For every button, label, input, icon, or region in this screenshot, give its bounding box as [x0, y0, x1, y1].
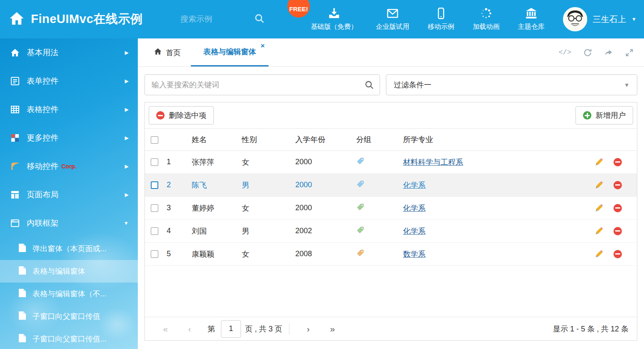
tab-grid-edit-window[interactable]: 表格与编辑窗体 ×: [191, 38, 269, 66]
corp-badge: Corp.: [61, 163, 77, 170]
add-user-button[interactable]: 新增用户: [576, 106, 633, 125]
sidebar-item-page-layout[interactable]: 页面布局 ▶: [0, 181, 138, 209]
sidebar-subitem-grid-edit-window-2[interactable]: 表格与编辑窗体（不...: [0, 283, 138, 305]
sidebar-subitem-child-to-parent-2[interactable]: 子窗口向父窗口传值...: [0, 328, 138, 349]
signal-icon: [9, 161, 20, 172]
table-row[interactable]: 2 陈飞 男 2000 化学系: [145, 173, 637, 196]
search-icon[interactable]: [364, 80, 374, 92]
row-checkbox[interactable]: [151, 227, 158, 235]
major-link[interactable]: 材料科学与工程系: [403, 158, 463, 166]
delete-icon[interactable]: [614, 204, 622, 212]
top-header: FineUIMvc在线示例 FREE! 基础版（免费） 企业版试用 移动示例: [0, 0, 644, 38]
cell-gender: 男: [242, 173, 295, 196]
column-header-name: 姓名: [192, 129, 242, 150]
sidebar-subitem-grid-edit-window[interactable]: 表格与编辑窗体: [0, 260, 138, 283]
major-link[interactable]: 化学系: [403, 181, 426, 189]
record-summary: 显示 1 - 5 条 , 共 12 条: [553, 324, 629, 334]
nav-item-label: 企业版试用: [376, 23, 409, 31]
sidebar-item-more-controls[interactable]: 更多控件 ▶: [0, 124, 138, 152]
edit-icon[interactable]: [594, 250, 603, 259]
select-all-checkbox[interactable]: [151, 136, 158, 144]
sidebar-subitem-popup-window[interactable]: 弹出窗体（本页面或...: [0, 237, 138, 260]
refresh-icon[interactable]: [583, 48, 592, 57]
sidebar-item-grid-controls[interactable]: 表格控件 ▶: [0, 95, 138, 124]
first-page-button[interactable]: «: [153, 324, 177, 334]
mobile-icon: [435, 7, 447, 20]
delete-icon[interactable]: [614, 158, 622, 166]
fullscreen-icon[interactable]: [625, 48, 634, 57]
tag-icon: [356, 180, 364, 188]
chevron-right-icon: ▶: [125, 192, 129, 198]
tag-icon: [356, 157, 364, 165]
next-page-button[interactable]: ›: [296, 324, 320, 334]
share-icon[interactable]: [604, 48, 613, 57]
keyword-search-input[interactable]: [145, 74, 380, 95]
row-checkbox[interactable]: [151, 250, 158, 258]
edit-icon[interactable]: [594, 181, 603, 190]
row-number: 5: [167, 242, 192, 265]
tab-home[interactable]: 首页: [144, 38, 191, 66]
source-code-icon[interactable]: </>: [558, 48, 571, 56]
nav-item-label: 主题仓库: [518, 23, 545, 31]
table-row[interactable]: 1 张萍萍 女 2000 材料科学与工程系: [145, 150, 637, 173]
cell-name: 康颖颖: [192, 242, 242, 265]
user-menu[interactable]: 三生石上 ▼: [563, 0, 636, 38]
home-icon: [9, 47, 20, 59]
delete-icon[interactable]: [614, 181, 622, 189]
cell-name: 刘国: [192, 219, 242, 242]
row-checkbox[interactable]: [151, 204, 158, 212]
sidebar-item-form-controls[interactable]: 表单控件 ▶: [0, 67, 138, 95]
major-link[interactable]: 化学系: [403, 204, 426, 212]
major-link[interactable]: 化学系: [403, 227, 426, 235]
last-page-button[interactable]: »: [320, 324, 345, 334]
major-link[interactable]: 数学系: [403, 250, 426, 258]
delete-selected-button[interactable]: 删除选中项: [149, 106, 214, 125]
page-number-input[interactable]: [221, 320, 241, 338]
edit-icon[interactable]: [594, 158, 603, 167]
download-icon: [328, 7, 340, 20]
table-row[interactable]: 4 刘国 男 2002 化学系: [145, 219, 637, 242]
cell-gender: 女: [242, 196, 295, 219]
avatar[interactable]: [563, 7, 587, 31]
nav-item-loading-animation[interactable]: 加载动画: [464, 0, 509, 38]
nav-item-mobile-demo[interactable]: 移动示例: [418, 0, 464, 38]
header-search-input[interactable]: [180, 15, 243, 24]
chevron-right-icon: ▶: [125, 163, 129, 169]
header-search: [180, 0, 265, 38]
delete-icon[interactable]: [614, 227, 622, 235]
row-checkbox[interactable]: [151, 181, 158, 189]
column-header-major: 所学专业: [403, 129, 574, 150]
grid-panel: 删除选中项 新增用户 姓名 性别 入学年份 分组 所学专业: [145, 102, 637, 341]
chevron-right-icon: ▶: [125, 78, 129, 84]
sidebar-subitem-child-to-parent[interactable]: 子窗口向父窗口传值: [0, 305, 138, 328]
sidebar-item-iframe[interactable]: 内联框架 ▼: [0, 209, 138, 237]
tag-icon: [356, 203, 364, 211]
tab-label: 首页: [166, 48, 181, 58]
nav-item-basic-free[interactable]: 基础版（免费）: [302, 0, 367, 38]
row-checkbox[interactable]: [151, 158, 158, 166]
cell-name: 陈飞: [192, 173, 242, 196]
search-icon[interactable]: [254, 13, 265, 25]
nav-item-label: 移动示例: [428, 23, 454, 31]
cell-year: 2000: [295, 150, 356, 173]
sidebar-item-label: 表格控件: [27, 104, 58, 115]
delete-icon[interactable]: [614, 250, 622, 258]
nav-item-enterprise-trial[interactable]: 企业版试用: [367, 0, 418, 38]
sidebar-item-mobile-controls[interactable]: 移动控件 Corp. ▶: [0, 152, 138, 181]
prev-page-button[interactable]: ‹: [177, 324, 202, 334]
cell-year: 2002: [295, 219, 356, 242]
filter-dropdown[interactable]: 过滤条件一 ▼: [386, 74, 637, 95]
table-row[interactable]: 3 董婷婷 女 2000 化学系: [145, 196, 637, 219]
filter-row: 过滤条件一 ▼: [138, 67, 644, 98]
table-row[interactable]: 5 康颖颖 女 2008 数学系: [145, 242, 637, 265]
file-icon: [18, 288, 26, 300]
cell-year: 2000: [295, 173, 356, 196]
nav-item-theme-store[interactable]: 主题仓库: [509, 0, 554, 38]
sidebar-item-label: 移动控件: [27, 161, 58, 172]
close-icon[interactable]: ×: [261, 42, 265, 49]
sidebar-item-basic-usage[interactable]: 基本用法 ▶: [0, 38, 138, 67]
edit-icon[interactable]: [594, 227, 603, 236]
sidebar-subitem-label: 表格与编辑窗体: [33, 266, 85, 276]
edit-icon[interactable]: [594, 204, 603, 213]
cell-gender: 男: [242, 219, 295, 242]
